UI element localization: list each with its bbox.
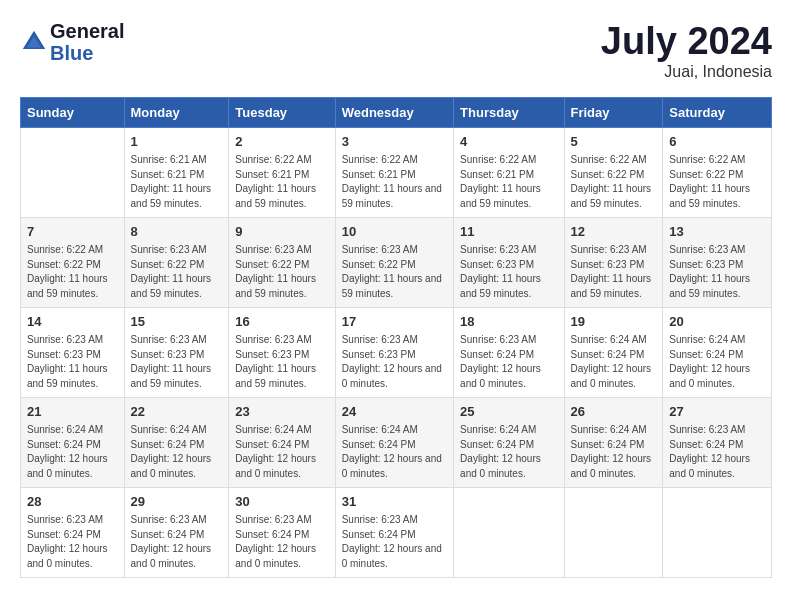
day-info: Sunrise: 6:24 AMSunset: 6:24 PMDaylight:… (460, 423, 557, 481)
title-block: July 2024 Juai, Indonesia (601, 20, 772, 81)
day-number: 26 (571, 403, 657, 421)
day-info: Sunrise: 6:23 AMSunset: 6:23 PMDaylight:… (669, 243, 765, 301)
calendar-cell: 3Sunrise: 6:22 AMSunset: 6:21 PMDaylight… (335, 128, 453, 218)
logo-icon (20, 28, 48, 56)
calendar-cell: 27Sunrise: 6:23 AMSunset: 6:24 PMDayligh… (663, 398, 772, 488)
day-info: Sunrise: 6:24 AMSunset: 6:24 PMDaylight:… (571, 333, 657, 391)
logo-text-line2: Blue (50, 42, 124, 64)
day-info: Sunrise: 6:23 AMSunset: 6:22 PMDaylight:… (342, 243, 447, 301)
day-info: Sunrise: 6:23 AMSunset: 6:23 PMDaylight:… (235, 333, 328, 391)
calendar-cell: 12Sunrise: 6:23 AMSunset: 6:23 PMDayligh… (564, 218, 663, 308)
day-number: 18 (460, 313, 557, 331)
day-number: 11 (460, 223, 557, 241)
day-number: 31 (342, 493, 447, 511)
calendar-cell: 25Sunrise: 6:24 AMSunset: 6:24 PMDayligh… (454, 398, 564, 488)
day-info: Sunrise: 6:24 AMSunset: 6:24 PMDaylight:… (342, 423, 447, 481)
day-header-wednesday: Wednesday (335, 98, 453, 128)
logo-text-line1: General (50, 20, 124, 42)
day-info: Sunrise: 6:23 AMSunset: 6:24 PMDaylight:… (131, 513, 223, 571)
day-number: 7 (27, 223, 118, 241)
calendar-cell: 13Sunrise: 6:23 AMSunset: 6:23 PMDayligh… (663, 218, 772, 308)
day-number: 22 (131, 403, 223, 421)
calendar-cell (21, 128, 125, 218)
day-info: Sunrise: 6:23 AMSunset: 6:24 PMDaylight:… (27, 513, 118, 571)
page-header: General Blue July 2024 Juai, Indonesia (20, 20, 772, 81)
day-number: 20 (669, 313, 765, 331)
day-number: 8 (131, 223, 223, 241)
calendar-cell: 6Sunrise: 6:22 AMSunset: 6:22 PMDaylight… (663, 128, 772, 218)
day-header-sunday: Sunday (21, 98, 125, 128)
day-info: Sunrise: 6:24 AMSunset: 6:24 PMDaylight:… (235, 423, 328, 481)
day-info: Sunrise: 6:23 AMSunset: 6:24 PMDaylight:… (235, 513, 328, 571)
days-of-week-row: SundayMondayTuesdayWednesdayThursdayFrid… (21, 98, 772, 128)
day-number: 14 (27, 313, 118, 331)
day-info: Sunrise: 6:23 AMSunset: 6:24 PMDaylight:… (669, 423, 765, 481)
day-info: Sunrise: 6:23 AMSunset: 6:23 PMDaylight:… (27, 333, 118, 391)
day-info: Sunrise: 6:22 AMSunset: 6:22 PMDaylight:… (27, 243, 118, 301)
calendar-body: 1Sunrise: 6:21 AMSunset: 6:21 PMDaylight… (21, 128, 772, 578)
calendar-header: SundayMondayTuesdayWednesdayThursdayFrid… (21, 98, 772, 128)
day-number: 23 (235, 403, 328, 421)
day-number: 28 (27, 493, 118, 511)
day-info: Sunrise: 6:22 AMSunset: 6:22 PMDaylight:… (571, 153, 657, 211)
calendar-cell: 16Sunrise: 6:23 AMSunset: 6:23 PMDayligh… (229, 308, 335, 398)
calendar-cell: 18Sunrise: 6:23 AMSunset: 6:24 PMDayligh… (454, 308, 564, 398)
calendar-cell (663, 488, 772, 578)
day-number: 24 (342, 403, 447, 421)
calendar-week-row: 1Sunrise: 6:21 AMSunset: 6:21 PMDaylight… (21, 128, 772, 218)
calendar-cell (454, 488, 564, 578)
day-number: 19 (571, 313, 657, 331)
calendar-cell (564, 488, 663, 578)
calendar-cell: 1Sunrise: 6:21 AMSunset: 6:21 PMDaylight… (124, 128, 229, 218)
calendar-cell: 4Sunrise: 6:22 AMSunset: 6:21 PMDaylight… (454, 128, 564, 218)
calendar-cell: 2Sunrise: 6:22 AMSunset: 6:21 PMDaylight… (229, 128, 335, 218)
day-number: 1 (131, 133, 223, 151)
day-number: 21 (27, 403, 118, 421)
day-info: Sunrise: 6:23 AMSunset: 6:22 PMDaylight:… (131, 243, 223, 301)
day-info: Sunrise: 6:23 AMSunset: 6:24 PMDaylight:… (342, 513, 447, 571)
day-number: 29 (131, 493, 223, 511)
calendar-cell: 19Sunrise: 6:24 AMSunset: 6:24 PMDayligh… (564, 308, 663, 398)
calendar-cell: 7Sunrise: 6:22 AMSunset: 6:22 PMDaylight… (21, 218, 125, 308)
day-info: Sunrise: 6:23 AMSunset: 6:22 PMDaylight:… (235, 243, 328, 301)
calendar-week-row: 14Sunrise: 6:23 AMSunset: 6:23 PMDayligh… (21, 308, 772, 398)
day-number: 5 (571, 133, 657, 151)
calendar-cell: 5Sunrise: 6:22 AMSunset: 6:22 PMDaylight… (564, 128, 663, 218)
calendar-cell: 8Sunrise: 6:23 AMSunset: 6:22 PMDaylight… (124, 218, 229, 308)
day-header-tuesday: Tuesday (229, 98, 335, 128)
day-number: 9 (235, 223, 328, 241)
day-info: Sunrise: 6:22 AMSunset: 6:21 PMDaylight:… (460, 153, 557, 211)
calendar-cell: 11Sunrise: 6:23 AMSunset: 6:23 PMDayligh… (454, 218, 564, 308)
calendar-cell: 23Sunrise: 6:24 AMSunset: 6:24 PMDayligh… (229, 398, 335, 488)
day-number: 27 (669, 403, 765, 421)
day-number: 2 (235, 133, 328, 151)
day-header-thursday: Thursday (454, 98, 564, 128)
day-info: Sunrise: 6:21 AMSunset: 6:21 PMDaylight:… (131, 153, 223, 211)
calendar-cell: 31Sunrise: 6:23 AMSunset: 6:24 PMDayligh… (335, 488, 453, 578)
calendar-cell: 30Sunrise: 6:23 AMSunset: 6:24 PMDayligh… (229, 488, 335, 578)
day-info: Sunrise: 6:23 AMSunset: 6:23 PMDaylight:… (571, 243, 657, 301)
day-info: Sunrise: 6:23 AMSunset: 6:23 PMDaylight:… (342, 333, 447, 391)
calendar-cell: 10Sunrise: 6:23 AMSunset: 6:22 PMDayligh… (335, 218, 453, 308)
calendar-cell: 21Sunrise: 6:24 AMSunset: 6:24 PMDayligh… (21, 398, 125, 488)
day-number: 13 (669, 223, 765, 241)
calendar-cell: 9Sunrise: 6:23 AMSunset: 6:22 PMDaylight… (229, 218, 335, 308)
calendar-cell: 29Sunrise: 6:23 AMSunset: 6:24 PMDayligh… (124, 488, 229, 578)
day-info: Sunrise: 6:22 AMSunset: 6:21 PMDaylight:… (235, 153, 328, 211)
day-header-saturday: Saturday (663, 98, 772, 128)
calendar-week-row: 21Sunrise: 6:24 AMSunset: 6:24 PMDayligh… (21, 398, 772, 488)
calendar-cell: 14Sunrise: 6:23 AMSunset: 6:23 PMDayligh… (21, 308, 125, 398)
logo: General Blue (20, 20, 124, 64)
day-number: 10 (342, 223, 447, 241)
page-subtitle: Juai, Indonesia (601, 63, 772, 81)
day-info: Sunrise: 6:24 AMSunset: 6:24 PMDaylight:… (27, 423, 118, 481)
calendar-table: SundayMondayTuesdayWednesdayThursdayFrid… (20, 97, 772, 578)
calendar-cell: 20Sunrise: 6:24 AMSunset: 6:24 PMDayligh… (663, 308, 772, 398)
day-number: 16 (235, 313, 328, 331)
day-number: 30 (235, 493, 328, 511)
day-info: Sunrise: 6:24 AMSunset: 6:24 PMDaylight:… (669, 333, 765, 391)
day-info: Sunrise: 6:23 AMSunset: 6:23 PMDaylight:… (131, 333, 223, 391)
day-number: 3 (342, 133, 447, 151)
day-info: Sunrise: 6:22 AMSunset: 6:21 PMDaylight:… (342, 153, 447, 211)
calendar-cell: 17Sunrise: 6:23 AMSunset: 6:23 PMDayligh… (335, 308, 453, 398)
